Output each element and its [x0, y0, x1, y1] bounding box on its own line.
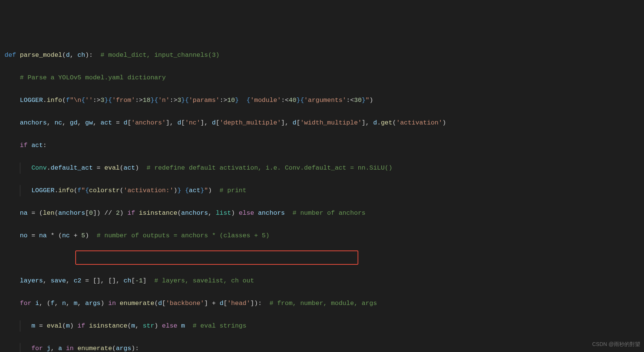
code-line-10 [5, 253, 644, 264]
code-line-4: anchors, nc, gd, gw, act = d['anchors'],… [5, 117, 644, 129]
code-line-11: layers, save, c2 = [], [], ch[-1] # laye… [5, 275, 644, 287]
code-line-3: LOGGER.info(f"\n{'':>3}{'from':>18}{'n':… [5, 95, 644, 106]
watermark: CSDN @雨秒的對望 [592, 338, 640, 350]
code-line-8: na = (len(anchors[0]) // 2) if isinstanc… [5, 208, 644, 219]
code-line-14: for j, a in enumerate(args): [5, 343, 644, 352]
code-line-6: Conv.default_act = eval(act) # redefine … [5, 162, 644, 174]
code-line-2: # Parse a YOLOv5 model.yaml dictionary [5, 72, 644, 83]
code-line-9: no = na * (nc + 5) # number of outputs =… [5, 230, 644, 241]
code-line-5: if act: [5, 140, 644, 151]
code-line-1: def parse_model(d, ch): # model_dict, in… [5, 50, 644, 61]
code-line-12: for i, (f, n, m, args) in enumerate(d['b… [5, 298, 644, 309]
code-line-7: LOGGER.info(f"{colorstr('activation:')} … [5, 185, 644, 196]
code-line-13: m = eval(m) if isinstance(m, str) else m… [5, 320, 644, 332]
